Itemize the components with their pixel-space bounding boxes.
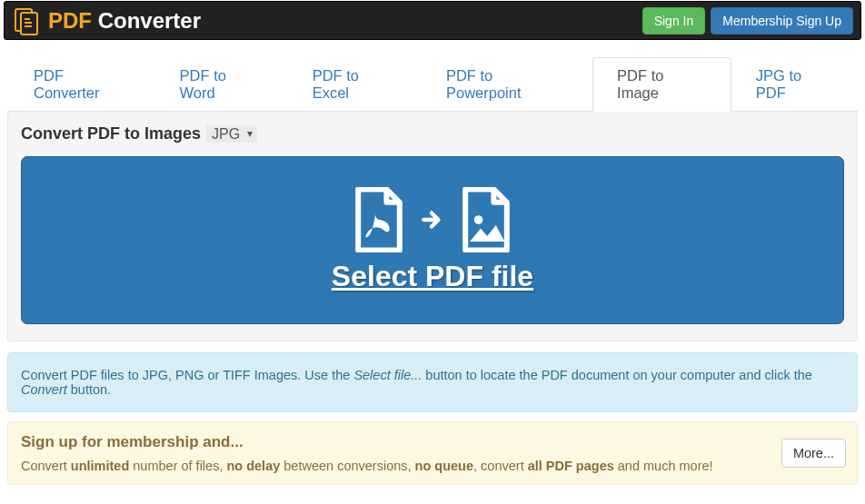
signin-button[interactable]: Sign In bbox=[642, 7, 706, 35]
pdf-logo-icon bbox=[12, 6, 41, 35]
topbar: PDF Converter Sign In Membership Sign Up bbox=[4, 1, 861, 40]
select-file-label: Select PDF file bbox=[332, 260, 533, 293]
select-file-dropzone[interactable]: Select PDF file bbox=[21, 156, 844, 324]
info-alert: Convert PDF files to JPG, PNG or TIFF Im… bbox=[7, 352, 858, 412]
membership-promo: Sign up for membership and... Convert un… bbox=[7, 421, 858, 485]
more-button[interactable]: More... bbox=[781, 439, 846, 468]
pdf-file-icon bbox=[352, 187, 406, 252]
dropzone-icons bbox=[352, 187, 513, 252]
output-format-select[interactable]: JPG bbox=[206, 125, 257, 143]
svg-point-2 bbox=[474, 215, 483, 224]
membership-signup-button[interactable]: Membership Sign Up bbox=[711, 7, 853, 35]
promo-text: Convert unlimited number of files, no de… bbox=[21, 459, 844, 473]
convert-panel: Convert PDF to Images JPG Select P bbox=[7, 111, 858, 341]
brand-text-2: Converter bbox=[98, 8, 201, 33]
image-file-icon bbox=[459, 187, 513, 252]
brand[interactable]: PDF Converter bbox=[12, 6, 201, 35]
tabs: PDF Converter PDF to Word PDF to Excel P… bbox=[7, 56, 858, 112]
promo-heading: Sign up for membership and... bbox=[21, 433, 844, 451]
tab-jpg-to-pdf[interactable]: JPG to PDF bbox=[731, 57, 858, 112]
tab-pdf-converter[interactable]: PDF Converter bbox=[9, 57, 155, 112]
brand-text-1: PDF bbox=[48, 8, 92, 33]
arrow-right-icon bbox=[421, 208, 444, 232]
tab-pdf-to-excel[interactable]: PDF to Excel bbox=[288, 57, 422, 112]
tab-pdf-to-word[interactable]: PDF to Word bbox=[155, 57, 288, 112]
tab-pdf-to-powerpoint[interactable]: PDF to Powerpoint bbox=[422, 57, 592, 112]
panel-title: Convert PDF to Images bbox=[21, 124, 201, 143]
tab-pdf-to-image[interactable]: PDF to Image bbox=[592, 57, 731, 112]
